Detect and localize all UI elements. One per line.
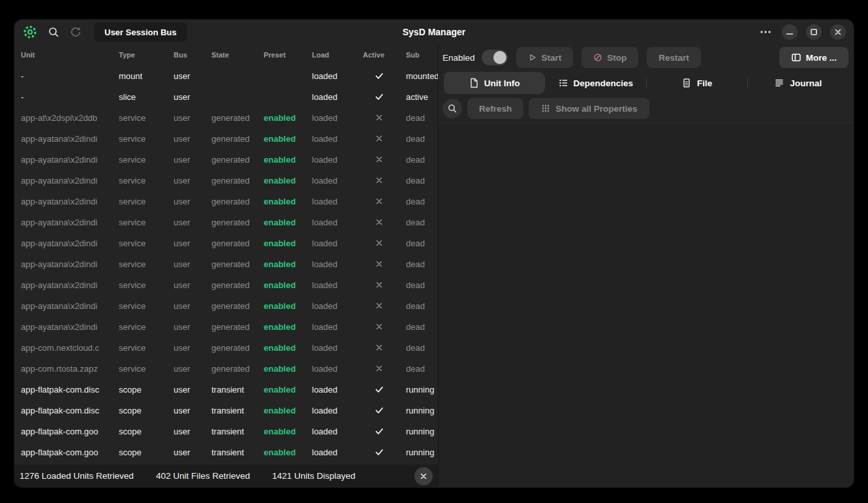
cell-state: generated (211, 238, 264, 248)
cell-active (363, 384, 406, 395)
cross-icon (375, 113, 384, 122)
col-header-sub[interactable]: Sub (406, 51, 438, 59)
col-header-active[interactable]: Active (363, 51, 406, 59)
tab-file[interactable]: File (647, 72, 747, 94)
cell-sub: running (406, 427, 438, 436)
property-search-icon[interactable] (442, 99, 462, 118)
cell-preset: enabled (264, 113, 312, 123)
cell-sub: dead (406, 322, 438, 332)
bus-selector-button[interactable]: User Session Bus (94, 22, 187, 42)
close-button[interactable] (830, 24, 846, 40)
show-all-properties-button[interactable]: Show all Properties (529, 98, 649, 119)
cell-unit: app-com.nextcloud.c (21, 343, 119, 353)
cross-icon (375, 322, 384, 331)
cell-unit: app-ayatana\x2dindi (21, 218, 119, 227)
start-button[interactable]: Start (516, 47, 574, 68)
cell-preset: enabled (264, 259, 312, 269)
col-header-unit[interactable]: Unit (21, 51, 119, 59)
cell-type: service (119, 322, 174, 332)
table-row[interactable]: app-flatpak-com.goo scope user transient… (14, 442, 438, 462)
cell-active (363, 197, 406, 206)
cell-load: loaded (312, 113, 363, 123)
check-icon (374, 91, 384, 102)
cell-bus: user (174, 71, 211, 81)
minimize-button[interactable] (782, 24, 798, 40)
col-header-bus[interactable]: Bus (174, 51, 211, 59)
cross-icon (375, 176, 384, 185)
cell-type: service (119, 238, 174, 248)
table-row[interactable]: app-ayatana\x2dindi service user generat… (14, 170, 438, 191)
cell-active (363, 238, 406, 248)
cell-preset: enabled (264, 238, 312, 248)
col-header-state[interactable]: State (211, 51, 264, 59)
cell-load: loaded (312, 92, 363, 102)
col-header-load[interactable]: Load (312, 51, 363, 59)
titlebar-right-group (758, 24, 846, 40)
table-row[interactable]: app-flatpak-com.disc scope user transien… (14, 400, 438, 421)
table-row[interactable]: app-ayatana\x2dindi service user generat… (14, 316, 438, 337)
main-area: Unit Type Bus State Preset Load Active S… (14, 44, 854, 487)
restart-button[interactable]: Restart (647, 47, 701, 68)
tab-dependencies[interactable]: Dependencies (545, 72, 645, 94)
cell-bus: user (174, 447, 211, 457)
table-row[interactable]: app-flatpak-com.goo scope user transient… (14, 421, 438, 442)
table-row[interactable]: app-ayatana\x2dindi service user generat… (14, 295, 438, 316)
cell-active (363, 218, 406, 227)
cell-bus: user (174, 176, 211, 186)
cell-unit: app-ayatana\x2dindi (21, 134, 119, 144)
unit-controls-row: Enabled Start Stop Restart More ... (442, 47, 848, 68)
file-icon (681, 78, 692, 88)
cell-type: service (119, 218, 174, 227)
table-row[interactable]: app-ayatana\x2dindi service user generat… (14, 128, 438, 149)
table-row[interactable]: app-ayatana\x2dindi service user generat… (14, 149, 438, 170)
table-row[interactable]: app-ayatana\x2dindi service user generat… (14, 191, 438, 212)
cell-active (363, 280, 406, 289)
cell-sub: dead (406, 364, 438, 374)
table-row[interactable]: app-ayatana\x2dindi service user generat… (14, 274, 438, 295)
table-row[interactable]: app-ayatana\x2dindi service user generat… (14, 253, 438, 274)
cell-type: scope (119, 406, 174, 415)
table-row[interactable]: - slice user loaded active (14, 86, 438, 107)
cell-unit: app-flatpak-com.disc (21, 385, 119, 395)
menu-dots-icon[interactable] (758, 24, 773, 40)
cell-bus: user (174, 259, 211, 269)
status-close-icon[interactable] (414, 467, 433, 485)
table-row[interactable]: app-at\x2dspi\x2ddb service user generat… (14, 107, 438, 128)
check-icon (374, 71, 384, 81)
col-header-type[interactable]: Type (119, 51, 174, 59)
cell-unit: app-ayatana\x2dindi (21, 259, 119, 269)
cell-active (363, 259, 406, 268)
cell-unit: app-at\x2dspi\x2ddb (21, 113, 119, 123)
cell-sub: running (406, 406, 438, 415)
col-header-preset[interactable]: Preset (264, 51, 312, 59)
tab-journal[interactable]: Journal (748, 72, 848, 94)
refresh-icon[interactable] (69, 25, 82, 39)
table-row[interactable]: app-com.nextcloud.c service user generat… (14, 337, 438, 358)
search-icon[interactable] (47, 25, 60, 39)
cell-state: generated (211, 176, 264, 186)
cell-preset: enabled (264, 218, 312, 227)
cell-type: service (119, 176, 174, 186)
table-row[interactable]: app-flatpak-com.disc scope user transien… (14, 379, 438, 400)
maximize-button[interactable] (806, 24, 822, 40)
more-button[interactable]: More ... (779, 47, 848, 68)
cell-state: generated (211, 259, 264, 269)
enabled-toggle[interactable] (482, 50, 508, 65)
cell-unit: app-ayatana\x2dindi (21, 322, 119, 332)
cell-active (363, 176, 406, 185)
table-row[interactable]: app-ayatana\x2dindi service user generat… (14, 233, 438, 253)
cell-unit: - (21, 92, 119, 102)
stop-button[interactable]: Stop (581, 47, 638, 68)
detail-tabbar: Unit Info Dependencies File Journal (444, 72, 848, 94)
table-row[interactable]: app-ayatana\x2dindi service user generat… (14, 212, 438, 233)
table-row[interactable]: - mount user loaded mounted (14, 65, 438, 86)
cell-bus: user (174, 406, 211, 415)
refresh-button[interactable]: Refresh (467, 98, 523, 119)
cell-bus: user (174, 427, 211, 436)
cell-sub: mounted (406, 71, 438, 81)
tab-unit-info[interactable]: Unit Info (444, 72, 544, 94)
table-row[interactable]: app-com.rtosta.zapz service user generat… (14, 358, 438, 379)
cell-state: transient (211, 427, 264, 436)
cell-sub: dead (406, 343, 438, 353)
cell-sub: running (406, 385, 438, 395)
